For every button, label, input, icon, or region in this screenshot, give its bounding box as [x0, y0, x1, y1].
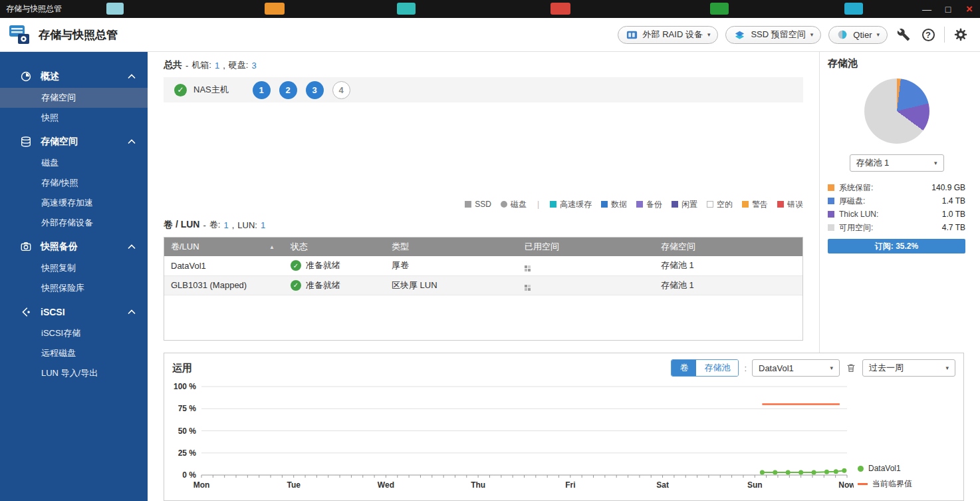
pool-select[interactable]: 存储池 1 ▾ [850, 154, 944, 172]
column-header-type[interactable]: 类型 [385, 238, 518, 256]
volume-pool: 存储池 1 [654, 275, 802, 295]
volume-lun-title: 卷 / LUN [164, 219, 199, 231]
pool-select-value: 存储池 1 [856, 157, 890, 169]
sidebar-item-snapshot-vault[interactable]: 快照保险库 [0, 278, 148, 298]
column-header-used-space[interactable]: 已用空间 [518, 238, 654, 256]
pool-legend: 系统保留: 140.9 GB 厚磁盘: 1.4 TB Thick LUN: 1.… [828, 181, 965, 234]
help-icon[interactable]: ? [919, 26, 937, 43]
legend-item-backup: 备份 [636, 199, 662, 210]
section-label: 快照备份 [41, 241, 78, 253]
sidebar-item-disks[interactable]: 磁盘 [0, 153, 148, 173]
desktop-icon-fragment [551, 3, 570, 15]
window-controls: — □ × [921, 0, 975, 18]
period-select[interactable]: 过去一周 ▾ [862, 359, 955, 377]
legend-item-threshold: 当前临界值 [858, 478, 960, 490]
sidebar-item-lun-import-export[interactable]: LUN 导入/导出 [0, 363, 148, 383]
chevron-down-icon: ▾ [945, 365, 949, 371]
disk-label: 硬盘: [229, 59, 249, 71]
maximize-button[interactable]: □ [943, 4, 953, 15]
chevron-up-icon [128, 244, 136, 250]
legend-item-ssd: SSD [465, 200, 491, 209]
column-header-pool[interactable]: 存储空间 [654, 238, 802, 256]
sidebar-item-snapshot-replica[interactable]: 快照复制 [0, 258, 148, 278]
legend-item-hdd: 磁盘 [501, 199, 527, 210]
volume-type: 厚卷 [385, 256, 518, 275]
section-label: 概述 [41, 71, 59, 83]
legend-item-error: 错误 [777, 199, 803, 210]
storage-pool-panel: 存储池 存储池 1 ▾ 系统保留: 140.9 GB [820, 52, 980, 353]
table-row-glb1031[interactable]: GLB1031 (Mapped) ✓准备就绪 区块厚 LUN 存储池 1 [164, 275, 802, 295]
sort-asc-icon: ▲ [269, 244, 277, 250]
volume-label: 卷: [209, 219, 221, 231]
desktop-icon-fragment [265, 3, 285, 15]
drive-slot-1[interactable]: 1 [253, 81, 271, 99]
svg-text:Sat: Sat [656, 480, 669, 490]
svg-text:Now: Now [838, 480, 854, 490]
sidebar-item-iscsi-storage[interactable]: iSCSI存储 [0, 323, 148, 343]
table-row-datavol1[interactable]: DataVol1 ✓准备就绪 厚卷 存储池 1 [164, 256, 802, 275]
svg-text:Fri: Fri [565, 480, 575, 490]
sidebar-item-remote-disk[interactable]: 远程磁盘 [0, 343, 148, 363]
legend-item-spare: 闲置 [672, 199, 697, 210]
chevron-down-icon: ▾ [934, 160, 937, 166]
drive-slot-3[interactable]: 3 [306, 81, 324, 99]
sidebar-item-storage-snapshots[interactable]: 存储/快照 [0, 173, 148, 193]
svg-text:Tue: Tue [287, 480, 301, 490]
sidebar-section-overview[interactable]: 概述 [0, 65, 148, 88]
enclosure-label: 机箱: [191, 59, 211, 71]
legend-item-thick-lun: Thick LUN: 1.0 TB [828, 208, 965, 221]
separator: , [232, 220, 235, 230]
separator: , [223, 61, 225, 71]
app-header: 存储与快照总管 外部 RAID 设备 ▾ SSD 预留空间 ▾ Q [0, 18, 980, 52]
chevron-up-icon [128, 139, 136, 144]
legend-item-free-space: 可用空间: 4.7 TB [828, 221, 965, 234]
sidebar-section-iscsi[interactable]: iSCSI [0, 301, 148, 323]
used-space-calculating-icon [525, 265, 531, 271]
button-label: 外部 RAID 设备 [643, 29, 703, 41]
sidebar-item-cache-acceleration[interactable]: 高速缓存加速 [0, 193, 148, 213]
volume-lun-table: 卷/LUN▲ 状态 类型 已用空间 存储空间 Data [164, 237, 803, 341]
volume-select[interactable]: DataVol1 ▾ [752, 359, 840, 377]
raid-device-icon [626, 29, 638, 41]
sidebar-section-snapshot-backup[interactable]: 快照备份 [0, 236, 148, 258]
desktop-icon-fragment [397, 3, 416, 15]
snapshot-backup-icon [20, 241, 32, 253]
sidebar-item-snapshots[interactable]: 快照 [0, 108, 148, 128]
sidebar-item-external-storage[interactable]: 外部存储设备 [0, 213, 148, 233]
close-button[interactable]: × [964, 4, 975, 15]
svg-text:50 %: 50 % [178, 426, 197, 436]
qtier-icon [836, 29, 848, 41]
scope-toggle: 卷 存储池 [671, 359, 739, 377]
toggle-pool[interactable]: 存储池 [696, 360, 738, 376]
volume-count: 1 [223, 220, 228, 230]
legend-item-system-reserved: 系统保留: 140.9 GB [828, 181, 965, 194]
drive-slot-2[interactable]: 2 [279, 81, 297, 99]
disk-status-legend: SSD 磁盘 | 高速缓存 数据 备份 闲置 空的 警告 错误 [164, 198, 803, 210]
external-raid-device-button[interactable]: 外部 RAID 设备 ▾ [618, 26, 719, 44]
column-header-status[interactable]: 状态 [284, 238, 385, 256]
drive-slots: 1 2 3 4 [253, 81, 350, 99]
svg-text:25 %: 25 % [178, 448, 197, 458]
lun-label: LUN: [237, 220, 257, 230]
trash-icon[interactable] [845, 362, 857, 374]
toggle-volume[interactable]: 卷 [672, 360, 696, 376]
section-label: iSCSI [41, 307, 65, 317]
status-ok-icon: ✓ [291, 280, 301, 291]
sidebar-item-storage-space[interactable]: 存储空间 [0, 88, 148, 108]
volume-name: GLB1031 (Mapped) [164, 275, 284, 295]
column-header-volume[interactable]: 卷/LUN▲ [164, 238, 284, 256]
qtier-button[interactable]: Qtier ▾ [828, 26, 888, 44]
desktop-icon-fragment [844, 3, 863, 15]
drive-slot-4[interactable]: 4 [332, 81, 350, 99]
tools-icon[interactable] [895, 26, 912, 43]
iscsi-icon [20, 306, 32, 318]
ssd-overprovisioning-button[interactable]: SSD 预留空间 ▾ [725, 26, 821, 44]
settings-gear-icon[interactable] [952, 26, 969, 43]
period-select-value: 过去一周 [869, 362, 904, 374]
window-title: 存储与快照总管 [0, 3, 62, 15]
chevron-down-icon: ▾ [810, 31, 814, 38]
minimize-button[interactable]: — [921, 4, 932, 15]
sidebar-section-storage[interactable]: 存储空间 [0, 130, 148, 153]
overview-icon [20, 71, 32, 83]
enclosure-count: 1 [215, 61, 219, 71]
